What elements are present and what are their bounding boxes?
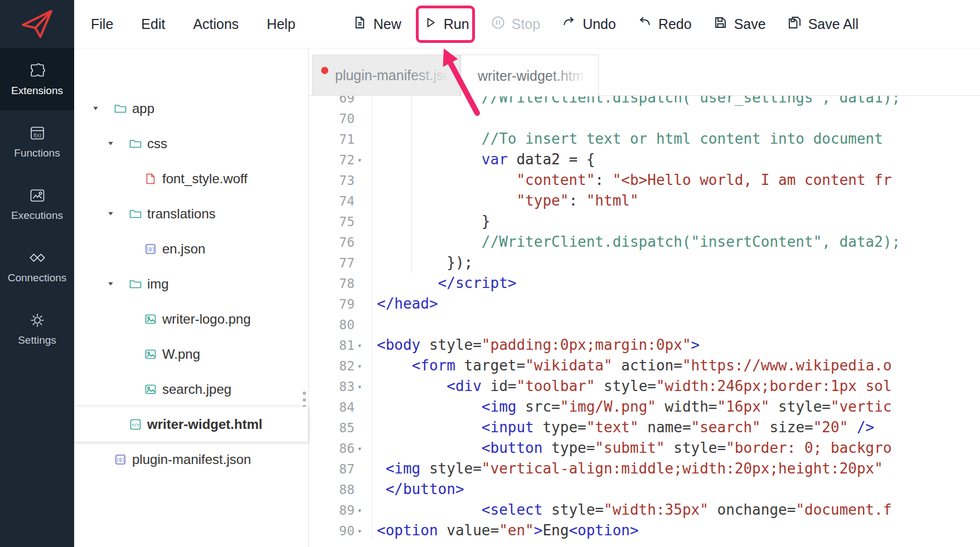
editor-tab-plugin-manifest-json[interactable]: plugin-manifest.json	[312, 55, 460, 96]
fold-caret-icon[interactable]: ▾	[355, 155, 372, 164]
gutter: 85	[309, 417, 372, 438]
gutter: 74	[309, 191, 372, 211]
code-line-76[interactable]: 76 //WriterClient.dispatch("insertConten…	[309, 232, 980, 252]
line-number: 71	[309, 132, 355, 146]
code-line-71[interactable]: 71 //To insert text or html content into…	[309, 129, 980, 149]
tree-item-translations[interactable]: translations	[74, 196, 308, 231]
code-line-83[interactable]: 83▾ <div id="toolbar" style="width:246px…	[309, 376, 980, 397]
toolbar: NewRunStopUndoRedoSaveSave All	[352, 15, 858, 33]
undo-button[interactable]: Undo	[561, 15, 616, 33]
code-line-77[interactable]: 77 });	[309, 252, 980, 273]
code-line-90[interactable]: 90▾<option value="en">Eng<option>	[309, 520, 980, 541]
save-button[interactable]: Save	[713, 15, 766, 33]
unsaved-dot-indicator	[321, 67, 328, 74]
stop-button: Stop	[491, 15, 540, 33]
code-line-74[interactable]: 74 "type": "html"	[309, 191, 980, 211]
code-line-82[interactable]: 82▾ <form target="wikidata" action="http…	[309, 355, 980, 376]
code-line-86[interactable]: 86▾ <button type="submit" style="border:…	[309, 438, 980, 458]
line-number: 89	[309, 503, 355, 517]
tree-item-label: writer-widget.html	[147, 417, 263, 432]
tree-item-search-jpeg[interactable]: search.jpeg	[74, 372, 308, 407]
line-number: 77	[309, 256, 355, 270]
redo-button[interactable]: Redo	[637, 15, 692, 33]
code-text: <option value="en">Eng<option>	[372, 520, 639, 541]
run-button[interactable]: Run	[423, 15, 469, 33]
sidebar-item-settings[interactable]: Settings	[0, 297, 74, 360]
code-line-69[interactable]: 69 //WriterClient.dispatch("user_setting…	[309, 96, 980, 108]
line-number: 76	[309, 235, 355, 250]
code-line-80[interactable]: 80	[309, 314, 980, 335]
code-line-84[interactable]: 84 <img src="img/W.png" width="16px" sty…	[309, 397, 980, 417]
fold-caret-icon[interactable]: ▾	[355, 362, 372, 370]
code-line-85[interactable]: 85 <input type="text" name="search" size…	[309, 417, 980, 438]
code-viewport[interactable]: 69 //WriterClient.dispatch("user_setting…	[309, 96, 980, 547]
gutter: 72▾	[309, 149, 372, 170]
menu-actions[interactable]: Actions	[193, 16, 239, 32]
tree-item-writer-widget-html[interactable]: </>writer-widget.html	[74, 407, 308, 442]
menu-file[interactable]: File	[91, 16, 113, 32]
editor-tab-writer-widget-html[interactable]: writer-widget.html	[460, 55, 599, 96]
toolbar-button-label: Save	[734, 16, 766, 32]
svg-text:[0]: [0]	[117, 457, 124, 462]
stop-icon	[491, 15, 506, 33]
tree-item-plugin-manifest-json[interactable]: [0]plugin-manifest.json	[74, 442, 308, 477]
code-line-79[interactable]: 79</head>	[309, 294, 980, 314]
line-number: 82	[309, 359, 355, 373]
gutter: 78	[309, 273, 372, 294]
fold-caret-icon[interactable]: ▾	[355, 506, 372, 515]
menu-help[interactable]: Help	[266, 16, 295, 32]
code-line-78[interactable]: 78 </script>	[309, 273, 980, 294]
new-button[interactable]: New	[352, 15, 401, 33]
tree-item-en-json[interactable]: [0]en.json	[74, 231, 308, 266]
panel-resize-grip[interactable]	[303, 392, 306, 408]
code-line-73[interactable]: 73 "content": "<b>Hello world, I am cont…	[309, 170, 980, 191]
gutter: 80	[309, 314, 372, 335]
fold-caret-icon[interactable]: ▾	[355, 341, 372, 350]
caret-down-icon[interactable]	[107, 280, 129, 287]
code-line-87[interactable]: 87 <img style="vertical-align:middle;wid…	[309, 458, 980, 479]
functions-icon: f(x)	[28, 124, 46, 142]
code-line-72[interactable]: 72▾ var data2 = {	[309, 149, 980, 170]
app-logo[interactable]	[0, 0, 74, 48]
code-line-81[interactable]: 81▾<body style="padding:0px;margin:0px">	[309, 335, 980, 355]
save-all-button[interactable]: Save All	[787, 15, 858, 33]
gutter: 84	[309, 397, 372, 417]
tree-item-css[interactable]: css	[74, 126, 308, 161]
tab-label: plugin-manifest.json	[335, 67, 447, 84]
fold-caret-icon[interactable]: ▾	[355, 444, 372, 453]
sidebar-item-label: Connections	[8, 272, 67, 284]
code-text: <select style="width:35px" onchange="doc…	[372, 500, 892, 520]
sidebar-item-extensions[interactable]: Extensions	[0, 48, 74, 110]
tree-item-font-style-woff[interactable]: font_style.woff	[74, 161, 308, 196]
tree-item-label: plugin-manifest.json	[132, 452, 251, 467]
line-number: 88	[309, 482, 355, 497]
caret-down-icon[interactable]	[107, 140, 129, 147]
caret-down-icon[interactable]	[107, 210, 129, 217]
code-line-75[interactable]: 75 }	[309, 211, 980, 232]
sidebar-item-connections[interactable]: Connections	[0, 235, 74, 297]
code-text: //WriterClient.dispatch("user_settings",…	[372, 96, 900, 108]
code-text: <form target="wikidata" action="https://…	[372, 355, 892, 376]
caret-down-icon[interactable]	[92, 105, 114, 112]
sidebar-item-label: Settings	[18, 334, 56, 346]
fold-caret-icon[interactable]: ▾	[355, 526, 372, 535]
sidebar-item-functions[interactable]: f(x)Functions	[0, 110, 74, 173]
fold-caret-icon[interactable]: ▾	[355, 382, 372, 391]
code-line-88[interactable]: 88 </button>	[309, 479, 980, 500]
code-text: <input type="text" name="search" size="2…	[372, 417, 874, 438]
tree-item-app[interactable]: app	[74, 91, 308, 126]
menu-group: FileEditActionsHelp	[91, 16, 295, 32]
toolbar-button-label: Save All	[808, 16, 858, 32]
tree-item-w-png[interactable]: W.png	[74, 336, 308, 372]
code-line-89[interactable]: 89▾ <select style="width:35px" onchange=…	[309, 500, 980, 520]
tree-item-img[interactable]: img	[74, 266, 308, 301]
tree-item-writer-logo-png[interactable]: writer-logo.png	[74, 301, 308, 336]
code-text: //WriterClient.dispatch("insertContent",…	[372, 232, 900, 252]
line-number: 87	[309, 462, 355, 476]
code-text: <button type="submit" style="border: 0; …	[372, 438, 892, 458]
menu-edit[interactable]: Edit	[141, 16, 165, 32]
sidebar-item-executions[interactable]: Executions	[0, 173, 74, 235]
tree-item-label: en.json	[162, 241, 205, 257]
code-line-70[interactable]: 70	[309, 108, 980, 129]
gutter: 76	[309, 232, 372, 252]
